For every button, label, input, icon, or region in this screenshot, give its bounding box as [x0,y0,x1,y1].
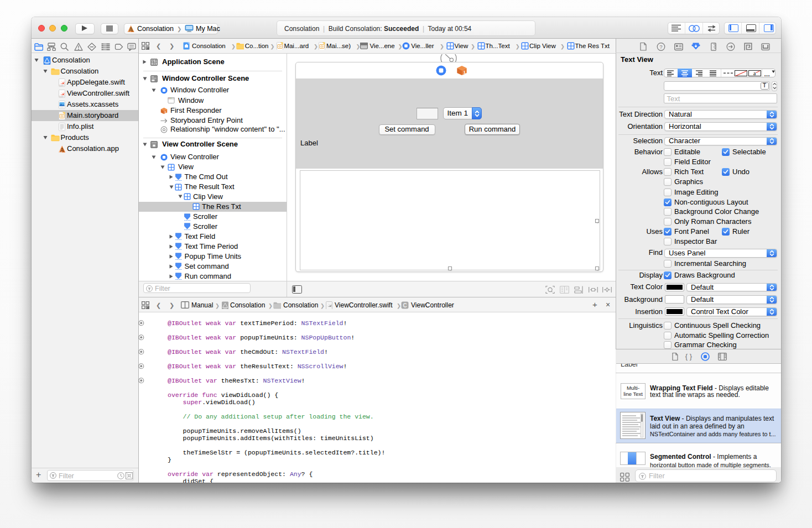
svg-text:C: C [403,302,407,308]
svg-text:?: ? [659,44,662,50]
svg-text:1: 1 [463,70,465,75]
svg-text:A: A [129,26,133,33]
svg-text:1: 1 [165,110,166,113]
svg-text:SWIFT: SWIFT [59,95,65,97]
svg-text:A: A [60,147,64,153]
svg-text:SWIFT: SWIFT [59,84,65,86]
